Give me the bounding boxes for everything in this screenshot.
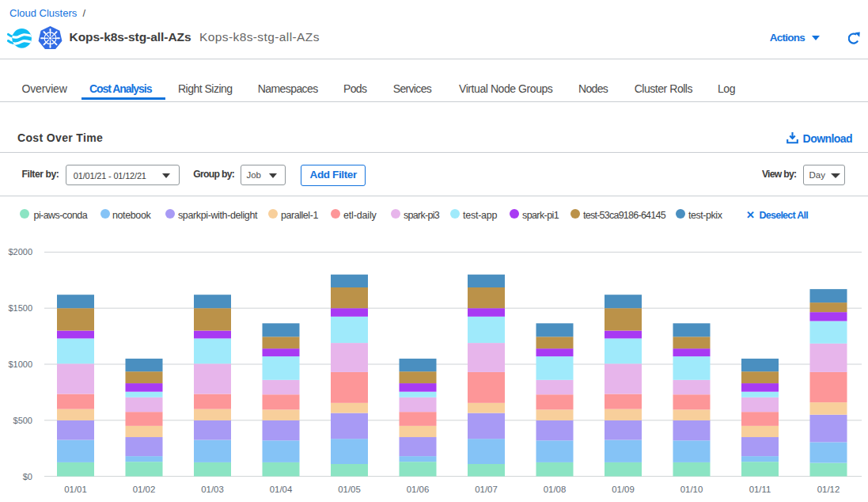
svg-text:01/03: 01/03: [201, 485, 224, 494]
svg-text:01/09: 01/09: [612, 485, 635, 494]
svg-text:01/04: 01/04: [270, 485, 293, 494]
svg-text:01/05: 01/05: [338, 485, 361, 494]
svg-text:01/01: 01/01: [64, 485, 87, 494]
svg-text:$1000: $1000: [8, 359, 32, 369]
svg-text:01/08: 01/08: [544, 485, 567, 494]
svg-text:01/02: 01/02: [133, 485, 156, 494]
svg-text:01/06: 01/06: [407, 485, 430, 494]
svg-text:$1500: $1500: [8, 303, 32, 313]
svg-text:01/07: 01/07: [475, 485, 498, 494]
svg-text:01/12: 01/12: [817, 485, 840, 494]
svg-text:$500: $500: [13, 416, 32, 425]
svg-text:01/10: 01/10: [680, 485, 703, 494]
svg-text:$2000: $2000: [8, 247, 32, 257]
svg-text:01/11: 01/11: [749, 485, 771, 494]
svg-text:$0: $0: [23, 472, 32, 481]
